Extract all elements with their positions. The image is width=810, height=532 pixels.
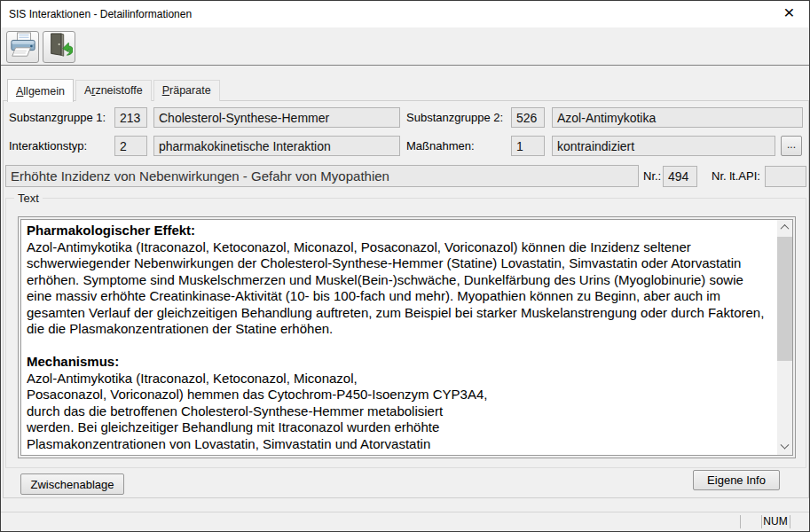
text-line: Plasmakonzentrationen von Lovastatin, Si…: [27, 436, 773, 453]
toolbar: [1, 27, 809, 65]
massnahmen-name-field[interactable]: kontraindiziert: [552, 136, 775, 156]
print-button[interactable]: [6, 31, 39, 63]
close-icon: ×: [783, 2, 794, 22]
substanzgruppe1-code-field[interactable]: 213: [114, 107, 147, 128]
massnahmen-code-field[interactable]: 1: [511, 136, 545, 156]
vertical-scrollbar[interactable]: [777, 220, 792, 455]
clipboard-button[interactable]: Zwischenablage: [20, 473, 124, 495]
text-line: Azol-Antimykotika (Itraconazol, Ketocona…: [27, 371, 773, 387]
text-line: schwerwiegender Nebenwirkungen der Chole…: [27, 255, 773, 272]
tab-arzneistoffe[interactable]: Arzneistoffe: [75, 80, 152, 101]
dialog-window: SIS Interaktionen - Detailinformationen …: [0, 0, 810, 532]
interaktionstyp-code-field[interactable]: 2: [114, 136, 147, 156]
text-line: erhöhen. Symptome sind Muskelschmerzen u…: [27, 272, 773, 289]
nr-field[interactable]: 494: [663, 166, 697, 187]
scroll-down-button[interactable]: [777, 440, 792, 455]
text-line: werden. Bei gleichzeitiger Behandlung mi…: [27, 419, 773, 436]
text-line: eine massiv erhöhte Creatinkinase-Aktivi…: [27, 288, 773, 305]
text-line: gesamten Verlauf der gleichzeitigen Beha…: [27, 305, 773, 322]
statusbar-separator: [740, 515, 741, 528]
chevron-up-icon: [781, 224, 790, 233]
text-panel: Pharmakologischer Effekt: Azol-Antimykot…: [18, 216, 796, 458]
status-bar: NUM: [1, 512, 809, 530]
statusbar-separator: [790, 515, 790, 528]
text-groupbox: Text Pharmakologischer Effekt: Azol-Anti…: [5, 198, 806, 468]
num-lock-indicator: NUM: [761, 512, 790, 531]
text-line: Azol-Antimykotika (Itraconazol, Ketocona…: [27, 239, 773, 256]
text-groupbox-label: Text: [14, 192, 43, 205]
headline-field[interactable]: Erhöhte Inzidenz von Nebenwirkungen - Ge…: [5, 165, 639, 187]
nr-api-field[interactable]: [765, 166, 806, 187]
text-line: die die Plasmakonzentrationen der Statin…: [27, 321, 773, 338]
interaktionstyp-label: Interaktionstyp:: [9, 139, 87, 153]
own-info-button[interactable]: Eigene Info: [693, 470, 780, 490]
tab-strip: Allgemein Arzneistoffe Präparate: [7, 77, 222, 101]
text-line: Posaconazol, Voriconazol) hemmen das Cyt…: [27, 387, 773, 403]
window-title: SIS Interaktionen - Detailinformationen: [9, 1, 192, 27]
scroll-up-button[interactable]: [777, 220, 792, 235]
chevron-down-icon: [781, 441, 790, 450]
close-button[interactable]: ×: [769, 1, 809, 27]
tab-allgemein[interactable]: Allgemein: [7, 79, 74, 102]
massnahmen-label: Maßnahmen:: [406, 139, 475, 153]
interaktionstyp-name-field[interactable]: pharmakokinetische Interaktion: [153, 136, 400, 156]
substanzgruppe2-code-field[interactable]: 526: [511, 107, 545, 128]
substanzgruppe2-name-field[interactable]: Azol-Antimykotika: [552, 107, 803, 128]
scrollbar-thumb[interactable]: [777, 237, 792, 361]
substanzgruppe2-label: Substanzgruppe 2:: [406, 111, 503, 124]
text-line: Mechanismus:: [27, 354, 773, 371]
nr-api-label: Nr. lt.API:: [712, 169, 760, 183]
massnahmen-more-button[interactable]: ...: [781, 136, 802, 156]
text-line: durch das die betroffenen Cholesterol-Sy…: [27, 403, 773, 420]
exit-door-icon: [46, 32, 73, 62]
substanzgruppe1-label: Substanzgruppe 1:: [9, 111, 106, 124]
tab-praeparate[interactable]: Präparate: [153, 80, 220, 101]
text-line: Pharmakologischer Effekt:: [27, 223, 773, 239]
text-line: [27, 338, 773, 355]
text-area[interactable]: Pharmakologischer Effekt: Azol-Antimykot…: [20, 219, 793, 456]
printer-icon: [10, 32, 36, 62]
substanzgruppe1-name-field[interactable]: Cholesterol-Synthese-Hemmer: [153, 107, 400, 128]
text-line: bzw. ihrer Metaboliten gefunden. Die erh…: [27, 452, 773, 455]
title-bar: SIS Interaktionen - Detailinformationen …: [1, 1, 809, 27]
nr-label: Nr.:: [643, 169, 661, 183]
toolbar-separator: [1, 65, 809, 66]
text-content: Pharmakologischer Effekt: Azol-Antimykot…: [27, 223, 773, 455]
exit-button[interactable]: [43, 31, 75, 63]
